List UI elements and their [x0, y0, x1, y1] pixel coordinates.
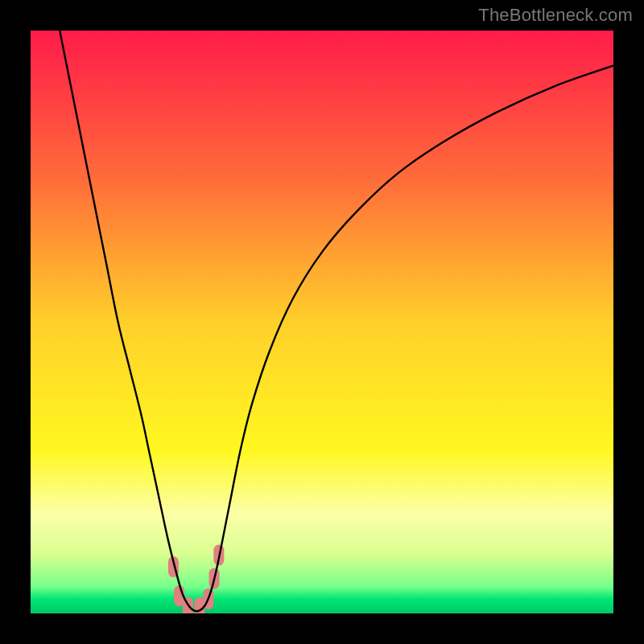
svg-rect-0 [31, 31, 613, 613]
plot-area [31, 31, 613, 613]
background-gradient [31, 31, 613, 613]
chart-frame: TheBottleneck.com [0, 0, 644, 644]
watermark-text: TheBottleneck.com [478, 5, 633, 26]
